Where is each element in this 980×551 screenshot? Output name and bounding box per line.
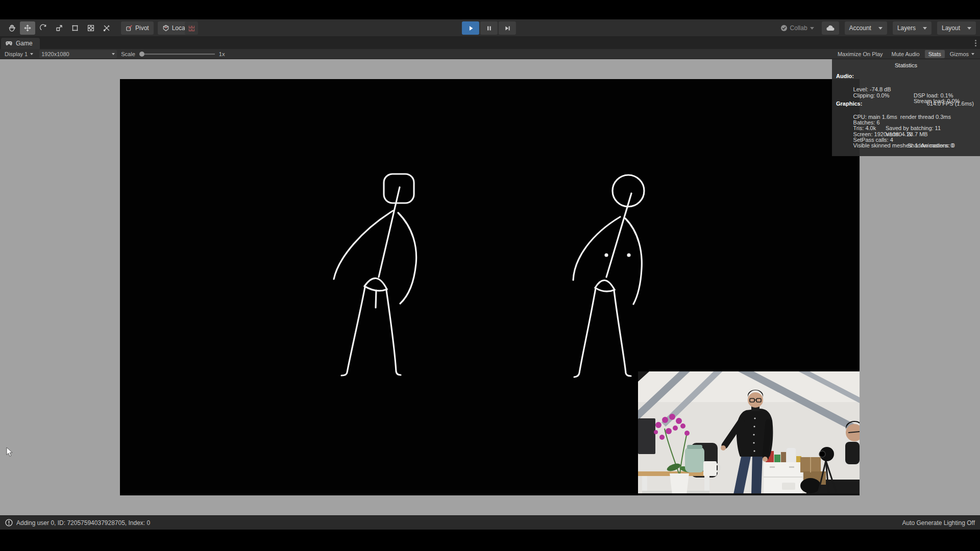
collab-dropdown[interactable]: Collab (778, 24, 816, 32)
resolution-dropdown[interactable]: 980x551 (39, 50, 117, 58)
toolbar-right-group: Collab Account Layers Layout (778, 21, 976, 35)
stat-row: Batches: 6 Saved by batching: 11 (832, 114, 980, 120)
stick-figure-left (334, 174, 416, 375)
tab-game[interactable]: Game (1, 38, 40, 49)
stat-row: Clipping: 0.0% Stream load: 0.0% (832, 87, 980, 92)
scale-slider-track[interactable] (144, 54, 215, 55)
account-dropdown[interactable]: Account (845, 21, 887, 35)
pause-button[interactable] (480, 21, 498, 35)
custom-tool-button[interactable] (99, 21, 114, 35)
handle-settings: Pivot Local (121, 21, 191, 35)
collab-label: Collab (790, 24, 807, 32)
warning-icon (5, 519, 13, 527)
tab-bar-menu-icon[interactable] (975, 40, 976, 41)
maximize-on-play-label: Maximize On Play (838, 51, 883, 57)
chevron-down-icon (971, 53, 974, 55)
rotate-tool-button[interactable] (36, 21, 51, 35)
chevron-down-icon (30, 53, 33, 55)
stat-row: Screen: 980x551 - 23.7 MB (832, 126, 980, 131)
transform-tool-button[interactable] (83, 21, 99, 35)
stat-row: Visible skinned meshes: 1 Animations: 0 (832, 137, 980, 143)
scale-slider-thumb[interactable] (139, 52, 144, 57)
chevron-down-icon (810, 27, 814, 30)
pitcher (685, 445, 704, 472)
local-cube-icon (162, 24, 169, 32)
display-label: Display 1 (5, 51, 28, 57)
main-toolbar: Pivot Local (0, 19, 980, 37)
step-icon (503, 24, 511, 33)
stat-row: SetPass calls: 4 Shadow casters: 0 (832, 132, 980, 137)
stick-figure-right (573, 175, 644, 377)
stat-row: CPU: main 1.6ms render thread 0.3ms (832, 109, 980, 114)
audio-section-header: Audio: (832, 73, 980, 79)
console-status-message[interactable]: Adding user 0, ID: 72057594037928705, In… (5, 519, 150, 527)
webcam-feed (638, 371, 860, 495)
mouse-cursor (6, 447, 13, 457)
hand-icon (8, 24, 16, 32)
layers-label: Layers (897, 24, 916, 32)
layers-dropdown[interactable]: Layers (893, 21, 932, 35)
stat-row: Level: -74.8 dB DSP load: 0.1% (832, 81, 980, 87)
window-bottom-strip (0, 530, 980, 551)
game-viewport: Statistics Audio: Level: -74.8 dB DSP lo… (0, 59, 980, 515)
webcam-scene (638, 371, 860, 495)
mute-audio-button[interactable]: Mute Audio (888, 50, 923, 58)
grid-snap-icon (188, 24, 195, 32)
layout-dropdown[interactable]: Layout (937, 21, 976, 35)
stat-row: Tris: 4.0k Verts: 4.1k (832, 120, 980, 126)
play-button[interactable] (462, 21, 479, 35)
playmode-controls (462, 21, 516, 35)
tab-game-label: Game (16, 40, 33, 47)
graphics-section-header: Graphics: 614.0 FPS (1.6ms) (832, 101, 980, 107)
resolution-label: 980x551 (41, 51, 69, 57)
window-top-strip (0, 0, 980, 19)
pivot-button[interactable]: Pivot (121, 21, 154, 35)
chevron-down-icon (878, 27, 883, 30)
chevron-down-icon (923, 27, 927, 30)
move-icon (23, 24, 32, 32)
play-icon (466, 24, 475, 33)
move-tool-button[interactable] (20, 21, 35, 35)
rect-tool-button[interactable] (67, 21, 83, 35)
maximize-on-play-button[interactable]: Maximize On Play (834, 50, 887, 58)
composite-transform-icon (87, 24, 95, 32)
bag (800, 478, 821, 493)
game-toolbar-right: Maximize On Play Mute Audio Stats Gizmos (834, 49, 978, 59)
status-message-text: Adding user 0, ID: 72057594037928705, In… (16, 519, 150, 527)
scale-icon (55, 24, 63, 32)
snap-settings-button[interactable] (185, 21, 198, 35)
scale-label: Scale (121, 51, 135, 57)
pivot-icon (126, 24, 133, 32)
pivot-label: Pivot (135, 24, 149, 32)
chevron-down-icon (967, 27, 971, 30)
rotate-icon (39, 24, 47, 32)
rect-transform-icon (71, 24, 79, 32)
game-render-area[interactable] (120, 79, 860, 495)
cloud-button[interactable] (822, 21, 839, 35)
gamepad-icon (5, 41, 13, 46)
chevron-down-icon (112, 53, 115, 55)
left-monitor (638, 418, 655, 454)
game-view-toolbar: Display 1 980x551 Scale 1x Maximize On… (0, 49, 980, 59)
scale-value: 1x (219, 51, 225, 57)
view-tab-bar: Game (0, 37, 980, 49)
game-toolbar-left: Display 1 980x551 Scale 1x (3, 49, 225, 59)
layout-label: Layout (942, 24, 960, 32)
gizmos-label: Gizmos (950, 51, 969, 57)
step-button[interactable] (499, 21, 516, 35)
unity-editor-window: Pivot Local (0, 0, 980, 551)
gizmos-dropdown[interactable]: Gizmos (946, 50, 978, 58)
custom-tool-icon (103, 24, 111, 32)
display-dropdown[interactable]: Display 1 (3, 50, 35, 58)
pause-icon (484, 24, 493, 33)
fps-value: 614.0 FPS (1.6ms) (927, 101, 974, 107)
scale-tool-button[interactable] (52, 21, 67, 35)
statistics-panel: Statistics Audio: Level: -74.8 dB DSP lo… (832, 59, 980, 156)
stats-button[interactable]: Stats (925, 50, 945, 58)
transform-tools (4, 21, 114, 35)
auto-generate-lighting-label: Auto Generate Lighting Off (902, 519, 975, 527)
flower-pot (670, 473, 689, 495)
statistics-title: Statistics (832, 59, 980, 68)
hand-tool-button[interactable] (4, 21, 19, 35)
scale-slider[interactable] (139, 51, 215, 58)
